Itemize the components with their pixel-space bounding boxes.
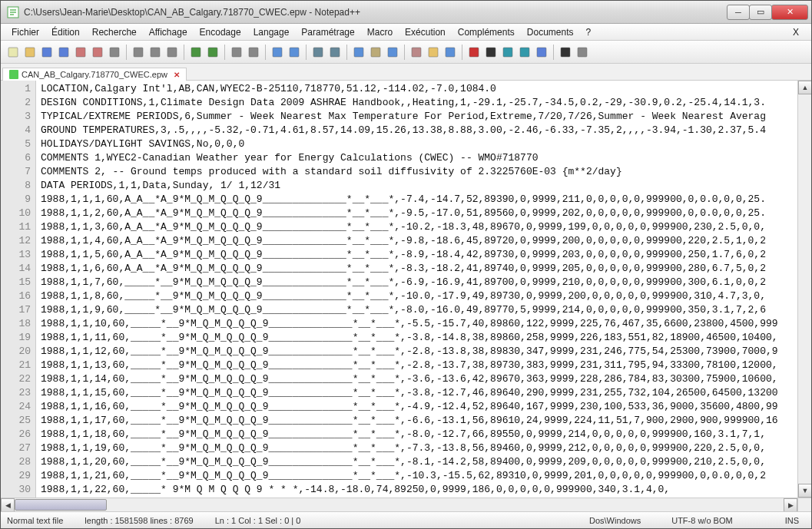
- code-line[interactable]: 1988,1,1,7,60,_____*__9*M_Q_M_Q_Q_Q_9___…: [41, 276, 811, 289]
- menu-macro[interactable]: Macro: [361, 25, 399, 39]
- code-line[interactable]: COMMENTS 2, -- Ground temps produced wit…: [41, 165, 811, 179]
- paste-icon[interactable]: [164, 45, 180, 60]
- scroll-track-v[interactable]: [798, 94, 811, 484]
- svg-rect-10: [167, 48, 177, 57]
- code-line[interactable]: HOLIDAYS/DAYLIGHT SAVINGS,No,0,0,0: [41, 137, 811, 151]
- code-line[interactable]: 1988,1,1,6,60,A_A__*A_9*M_Q_M_Q_Q_Q_9___…: [41, 262, 811, 276]
- status-encoding: UTF-8 w/o BOM: [671, 516, 732, 525]
- menu-recherche[interactable]: Recherche: [86, 25, 143, 39]
- code-line[interactable]: 1988,1,1,22,60,_____* 9*M Q M Q Q Q 9 * …: [41, 483, 811, 497]
- zoom-out-icon[interactable]: [287, 45, 302, 60]
- svg-rect-13: [232, 48, 241, 57]
- scroll-right-icon[interactable]: ▶: [784, 498, 797, 511]
- code-line[interactable]: 1988,1,1,13,60,_____*__9*M_Q_M_Q_Q_Q_9__…: [41, 359, 811, 372]
- play-icon[interactable]: [500, 45, 515, 60]
- svg-rect-25: [469, 48, 479, 57]
- scrollbar-horizontal[interactable]: ◀ ▶: [1, 498, 797, 511]
- menu-help[interactable]: ?: [580, 25, 598, 39]
- code-line[interactable]: LOCATION,Calgary Int'l,AB,CAN,WYEC2-B-25…: [41, 82, 811, 96]
- open-file-icon[interactable]: [22, 45, 38, 60]
- status-position: Ln : 1 Col : 1 Sel : 0 | 0: [215, 516, 301, 525]
- code-line[interactable]: 1988,1,1,20,60,_____*__9*M_Q_M_Q_Q_Q_9__…: [41, 455, 811, 469]
- menu-documents[interactable]: Documents: [521, 25, 580, 39]
- folder-icon[interactable]: [426, 45, 441, 60]
- function-icon[interactable]: [442, 45, 458, 60]
- userlang-icon[interactable]: [409, 45, 424, 60]
- close-all-icon[interactable]: [90, 45, 105, 60]
- redo-icon[interactable]: [205, 45, 220, 60]
- code-line[interactable]: COMMENTS 1,WYEC2-Canadian Weather year f…: [41, 151, 811, 165]
- save-icon[interactable]: [39, 45, 55, 60]
- code-line[interactable]: 1988,1,1,19,60,_____*__9*M_Q_M_Q_Q_Q_9__…: [41, 441, 811, 455]
- code-line[interactable]: 1988,1,1,11,60,_____*__9*M_Q_M_Q_Q_Q_9__…: [41, 331, 811, 345]
- code-area[interactable]: LOCATION,Calgary Int'l,AB,CAN,WYEC2-B-25…: [36, 81, 811, 511]
- find-icon[interactable]: [229, 45, 244, 60]
- code-line[interactable]: 1988,1,1,12,60,_____*__9*M_Q_M_Q_Q_Q_9__…: [41, 345, 811, 359]
- sync-h-icon[interactable]: [327, 45, 343, 60]
- code-line[interactable]: 1988,1,1,9,60,_____*__9*M_Q_M_Q_Q_Q_9___…: [41, 303, 811, 317]
- menu-fichier[interactable]: Fichier: [5, 25, 45, 39]
- code-line[interactable]: DESIGN CONDITIONS,1,Climate Design Data …: [41, 96, 811, 110]
- playmulti-icon[interactable]: [517, 45, 532, 60]
- code-line[interactable]: TYPICAL/EXTREME PERIODS,6,Summer - Week …: [41, 110, 811, 124]
- code-line[interactable]: 1988,1,1,8,60,_____*__9*M_Q_M_Q_Q_Q_9___…: [41, 289, 811, 303]
- wordwrap-icon[interactable]: [351, 45, 366, 60]
- menu-parametrage[interactable]: Paramétrage: [295, 25, 360, 39]
- menu-execution[interactable]: Exécution: [399, 25, 452, 39]
- cut-icon[interactable]: [131, 45, 146, 60]
- code-line[interactable]: 1988,1,1,2,60,A_A__*A_9*M_Q_M_Q_Q_Q_9___…: [41, 207, 811, 220]
- line-number: 15: [1, 276, 31, 289]
- code-line[interactable]: 1988,1,1,3,60,A_A__*A_9*M_Q_M_Q_Q_Q_9___…: [41, 220, 811, 234]
- stop-icon[interactable]: [483, 45, 499, 60]
- code-line[interactable]: DATA PERIODS,1,1,Data,Sunday, 1/ 1,12/31: [41, 179, 811, 193]
- menu-complements[interactable]: Compléments: [452, 25, 521, 39]
- allchars-icon[interactable]: [368, 45, 383, 60]
- close-button[interactable]: ✕: [771, 5, 808, 20]
- code-line[interactable]: 1988,1,1,14,60,_____*__9*M_Q_M_Q_Q_Q_9__…: [41, 372, 811, 386]
- code-line[interactable]: 1988,1,1,4,60,A_A__*A_9*M_Q_M_Q_Q_Q_9___…: [41, 234, 811, 248]
- indent-icon[interactable]: [385, 45, 400, 60]
- menu-encodage[interactable]: Encodage: [194, 25, 247, 39]
- tab-close-icon[interactable]: ✕: [174, 71, 180, 79]
- code-line[interactable]: GROUND TEMPERATURES,3,.5,,,,-5.32,-0.71,…: [41, 124, 811, 137]
- scroll-thumb-h[interactable]: [15, 499, 107, 511]
- code-line[interactable]: 1988,1,1,18,60,_____*__9*M_Q_M_Q_Q_Q_9__…: [41, 428, 811, 441]
- status-length: length : 1581598 lines : 8769: [85, 516, 193, 525]
- code-line[interactable]: 1988,1,1,17,60,_____*__9*M_Q_M_Q_Q_Q_9__…: [41, 414, 811, 428]
- code-line[interactable]: 1988,1,1,5,60,A_A__*A_9*M_Q_M_Q_Q_Q_9___…: [41, 248, 811, 262]
- menu-edition[interactable]: Édition: [45, 25, 86, 39]
- zoom-in-icon[interactable]: [270, 45, 285, 60]
- replace-icon[interactable]: [246, 45, 261, 60]
- undo-icon[interactable]: [188, 45, 204, 60]
- scroll-track-h[interactable]: [15, 498, 784, 511]
- spellcheck-icon[interactable]: [558, 45, 573, 60]
- code-line[interactable]: 1988,1,1,15,60,_____*__9*M_Q_M_Q_Q_Q_9__…: [41, 386, 811, 400]
- code-line[interactable]: 1988,1,1,16,60,_____*__9*M_Q_M_Q_Q_Q_9__…: [41, 400, 811, 414]
- new-file-icon[interactable]: [5, 45, 21, 60]
- code-line[interactable]: 1988,1,1,21,60,_____*__9*M_Q_M_Q_Q_Q_9__…: [41, 469, 811, 483]
- scroll-left-icon[interactable]: ◀: [1, 498, 15, 511]
- file-tab[interactable]: CAN_AB_Calgary.718770_CWEC.epw ✕: [2, 68, 187, 81]
- record-icon[interactable]: [466, 45, 482, 60]
- svg-rect-26: [486, 48, 495, 57]
- scroll-up-icon[interactable]: ▲: [798, 81, 811, 94]
- scroll-down-icon[interactable]: ▼: [798, 484, 811, 498]
- scrollbar-vertical[interactable]: ▲ ▼: [797, 81, 811, 498]
- menu-langage[interactable]: Langage: [247, 25, 296, 39]
- minimize-button[interactable]: ─: [727, 5, 750, 20]
- close-icon[interactable]: [73, 45, 88, 60]
- sync-v-icon[interactable]: [310, 45, 326, 60]
- copy-icon[interactable]: [147, 45, 163, 60]
- savemacro-icon[interactable]: [534, 45, 549, 60]
- print-icon[interactable]: [107, 45, 122, 60]
- editor[interactable]: 1234567891011121314151617181920212223242…: [1, 81, 811, 511]
- save-all-icon[interactable]: [56, 45, 71, 60]
- menu-affichage[interactable]: Affichage: [143, 25, 194, 39]
- maximize-button[interactable]: ▭: [749, 5, 772, 20]
- code-line[interactable]: 1988,1,1,10,60,_____*__9*M_Q_M_Q_Q_Q_9__…: [41, 317, 811, 331]
- line-number: 22: [1, 372, 31, 386]
- svg-rect-4: [59, 48, 68, 57]
- menu-extra-x[interactable]: X: [787, 25, 807, 39]
- doc-icon[interactable]: [575, 45, 590, 60]
- code-line[interactable]: 1988,1,1,1,60,A_A__*A_9*M_Q_M_Q_Q_Q_9___…: [41, 193, 811, 207]
